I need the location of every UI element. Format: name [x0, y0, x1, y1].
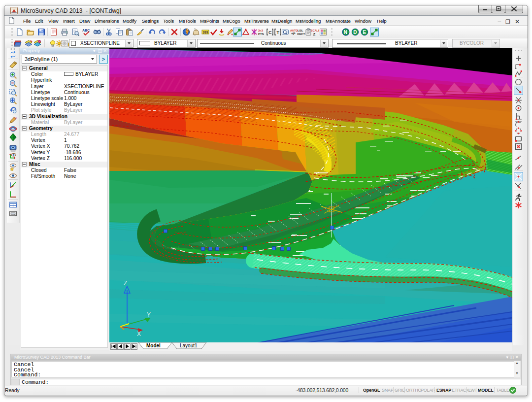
svg-text:Layout1: Layout1: [180, 343, 198, 348]
svg-text:X: X: [137, 331, 141, 337]
svg-text:Z: Z: [313, 32, 316, 36]
svg-text:PTS: PTS: [258, 33, 264, 35]
svg-text:LBL: LBL: [298, 29, 303, 32]
svg-text:Model: Model: [146, 343, 161, 348]
svg-text:T: T: [277, 30, 280, 35]
svg-text:E: E: [363, 30, 366, 35]
svg-text:C: C: [268, 30, 272, 35]
svg-text:3+2: 3+2: [258, 29, 264, 32]
svg-text:+P: +P: [291, 32, 296, 35]
svg-text:D: D: [353, 30, 357, 35]
svg-text:DEFT: DEFT: [298, 33, 305, 35]
svg-text:Z: Z: [124, 280, 127, 287]
svg-text:AUTO: AUTO: [290, 29, 298, 32]
svg-text:Y: Y: [147, 311, 151, 318]
svg-text:SC: SC: [14, 116, 17, 120]
svg-text:N: N: [344, 30, 347, 35]
svg-text:999: 999: [203, 31, 208, 34]
